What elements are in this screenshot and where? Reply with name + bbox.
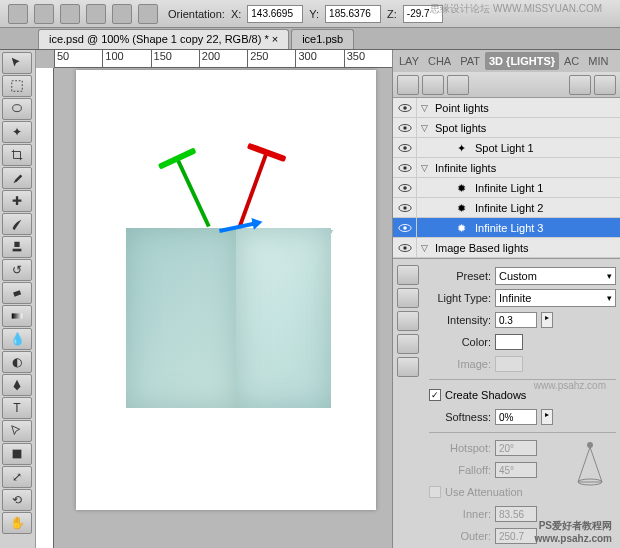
dodge-tool[interactable]: ◐ — [2, 351, 32, 373]
visibility-icon[interactable] — [393, 158, 417, 177]
brush-tool[interactable] — [2, 213, 32, 235]
image-swatch — [495, 356, 523, 372]
eraser-tool[interactable] — [2, 282, 32, 304]
doc-tab-active[interactable]: ice.psd @ 100% (Shape 1 copy 22, RGB/8) … — [38, 29, 289, 49]
visibility-icon[interactable] — [393, 238, 417, 257]
light-toggle-icon[interactable] — [569, 75, 591, 95]
light-ground-icon[interactable] — [397, 334, 419, 354]
visibility-icon[interactable] — [393, 138, 417, 157]
new-light-icon[interactable] — [397, 265, 419, 285]
eyedropper-tool[interactable] — [2, 167, 32, 189]
doc-tab-inactive[interactable]: ice1.psb — [291, 29, 354, 49]
twirl-icon[interactable]: ▽ — [417, 243, 431, 253]
tool-preset-icon[interactable] — [8, 4, 28, 24]
history-brush-tool[interactable]: ↺ — [2, 259, 32, 281]
visibility-icon[interactable] — [393, 218, 417, 237]
orientation-label: Orientation: — [168, 8, 225, 20]
pan-icon[interactable] — [86, 4, 106, 24]
visibility-icon[interactable] — [393, 178, 417, 197]
lights-panel: LAY CHA PAT 3D {LIGHTS} AC MIN ▽ Point l… — [392, 50, 620, 548]
roll-icon[interactable] — [60, 4, 80, 24]
svg-rect-4 — [13, 290, 21, 297]
rotate-icon[interactable] — [34, 4, 54, 24]
image-based-lights-group[interactable]: ▽ Image Based lights — [393, 238, 620, 258]
ruler-horizontal: 50100150200250300350 — [54, 50, 392, 68]
light-rotate-icon[interactable] — [397, 75, 419, 95]
infinite-light-3[interactable]: ✹Infinite Light 3 — [393, 218, 620, 238]
shape-tool[interactable] — [2, 443, 32, 465]
lasso-tool[interactable] — [2, 98, 32, 120]
softness-input[interactable] — [495, 409, 537, 425]
hand-tool[interactable]: ✋ — [2, 512, 32, 534]
infinite-light-2[interactable]: ✹Infinite Light 2 — [393, 198, 620, 218]
3d-orbit-tool[interactable]: ⟲ — [2, 489, 32, 511]
intensity-scrubber[interactable]: ▸ — [541, 312, 553, 328]
scale-icon[interactable] — [138, 4, 158, 24]
twirl-icon[interactable]: ▽ — [417, 103, 431, 113]
pen-tool[interactable] — [2, 374, 32, 396]
panel-tab-bar: LAY CHA PAT 3D {LIGHTS} AC MIN — [393, 50, 620, 72]
stamp-tool[interactable] — [2, 236, 32, 258]
svg-rect-0 — [12, 81, 23, 92]
light-list: ▽ Point lights ▽ Spot lights ✦Spot Light… — [393, 98, 620, 259]
blur-tool[interactable]: 💧 — [2, 328, 32, 350]
shadows-checkbox[interactable]: ✓ — [429, 389, 441, 401]
spot-light-1[interactable]: ✦Spot Light 1 — [393, 138, 620, 158]
document-canvas[interactable] — [76, 70, 376, 510]
type-tool[interactable]: T — [2, 397, 32, 419]
3d-rotate-tool[interactable]: ⤢ — [2, 466, 32, 488]
color-swatch[interactable] — [495, 334, 523, 350]
light-cone-preview — [570, 437, 610, 487]
spot-lights-group[interactable]: ▽ Spot lights — [393, 118, 620, 138]
y-input[interactable] — [325, 5, 381, 23]
path-tool[interactable] — [2, 420, 32, 442]
attenuation-checkbox — [429, 486, 441, 498]
light-pan-icon[interactable] — [422, 75, 444, 95]
svg-rect-2 — [14, 242, 19, 247]
crop-tool[interactable] — [2, 144, 32, 166]
light-properties: Preset: Custom Light Type: Infinite Inte… — [393, 259, 620, 548]
light-home-icon[interactable] — [594, 75, 616, 95]
preset-select[interactable]: Custom — [495, 267, 616, 285]
watermark-top: 思缘设计论坛 WWW.MISSYUAN.COM — [430, 2, 602, 16]
svg-point-1 — [13, 105, 22, 112]
tab-min[interactable]: MIN — [584, 52, 612, 70]
slide-icon[interactable] — [112, 4, 132, 24]
visibility-icon[interactable] — [393, 98, 417, 117]
shadows-label: Create Shadows — [445, 389, 526, 401]
x-input[interactable] — [247, 5, 303, 23]
canvas-area: 50100150200250300350 — [36, 50, 392, 548]
marquee-tool[interactable] — [2, 75, 32, 97]
light-type-select[interactable]: Infinite — [495, 289, 616, 307]
softness-scrubber[interactable]: ▸ — [541, 409, 553, 425]
light-slide-icon[interactable] — [447, 75, 469, 95]
tab-3d-lights[interactable]: 3D {LIGHTS} — [485, 52, 559, 70]
tab-channels[interactable]: CHA — [424, 52, 455, 70]
light-type-label: Light Type: — [429, 292, 491, 304]
tab-paths[interactable]: PAT — [456, 52, 484, 70]
tab-layers[interactable]: LAY — [395, 52, 423, 70]
tab-actions[interactable]: AC — [560, 52, 583, 70]
light-option-icon[interactable] — [397, 311, 419, 331]
delete-light-icon[interactable] — [397, 288, 419, 308]
move-tool[interactable] — [2, 52, 32, 74]
infinite-light-icon: ✹ — [457, 202, 471, 214]
inner-input — [495, 506, 537, 522]
visibility-icon[interactable] — [393, 198, 417, 217]
light-color-icon[interactable] — [397, 357, 419, 377]
wand-tool[interactable]: ✦ — [2, 121, 32, 143]
healing-tool[interactable]: ✚ — [2, 190, 32, 212]
svg-rect-6 — [13, 450, 22, 459]
twirl-icon[interactable]: ▽ — [417, 163, 431, 173]
hotspot-label: Hotspot: — [429, 442, 491, 454]
twirl-icon[interactable]: ▽ — [417, 123, 431, 133]
infinite-lights-group[interactable]: ▽ Infinite lights — [393, 158, 620, 178]
panel-toolbar — [393, 72, 620, 98]
gradient-tool[interactable] — [2, 305, 32, 327]
point-lights-group[interactable]: ▽ Point lights — [393, 98, 620, 118]
svg-point-22 — [403, 246, 407, 250]
visibility-icon[interactable] — [393, 118, 417, 137]
infinite-light-icon: ✹ — [457, 182, 471, 194]
infinite-light-1[interactable]: ✹Infinite Light 1 — [393, 178, 620, 198]
intensity-input[interactable] — [495, 312, 537, 328]
